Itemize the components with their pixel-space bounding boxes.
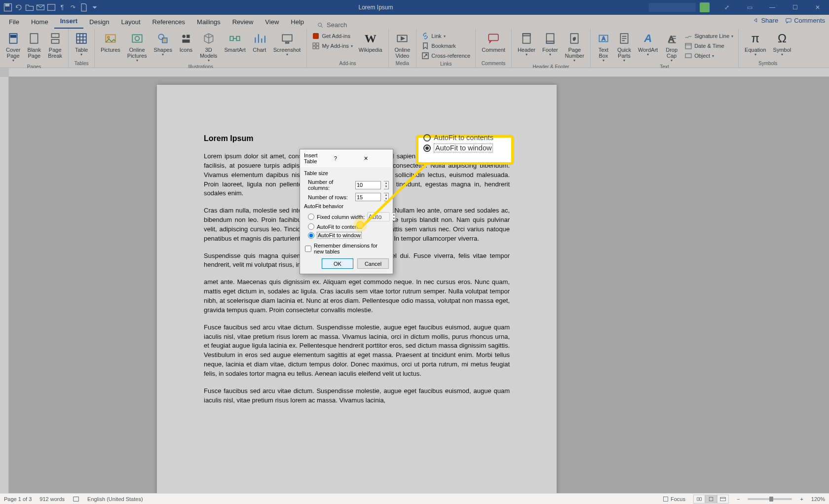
- callout-window-label: AutoFit to window: [434, 144, 493, 152]
- status-spellcheck-icon[interactable]: [73, 496, 79, 503]
- ok-button[interactable]: OK: [322, 258, 353, 269]
- svg-rect-46: [664, 497, 668, 501]
- fixed-width-input[interactable]: [367, 212, 390, 221]
- fixed-width-label: Fixed column width:: [317, 214, 365, 220]
- zoom-slider[interactable]: [748, 498, 792, 500]
- callout-marker-icon: [356, 221, 364, 229]
- zoom-in-icon[interactable]: +: [800, 496, 803, 502]
- num-columns-label: Number of columns:: [308, 179, 352, 191]
- dialog-title: Insert Table: [304, 152, 329, 164]
- section-autofit: AutoFit behavior: [304, 202, 389, 211]
- web-layout-icon[interactable]: [717, 495, 729, 504]
- insert-table-dialog: Insert Table ? ✕ Table size Number of co…: [300, 149, 393, 274]
- focus-mode-button[interactable]: Focus: [663, 496, 685, 502]
- dialog-titlebar: Insert Table ? ✕: [300, 149, 393, 167]
- num-rows-input[interactable]: [355, 193, 381, 201]
- dialog-close-icon[interactable]: ✕: [364, 155, 389, 162]
- callout-contents-label: AutoFit to contents: [434, 134, 493, 142]
- modal-overlay: [0, 0, 829, 504]
- remember-dimensions-checkbox[interactable]: [305, 246, 311, 252]
- svg-rect-47: [709, 497, 713, 501]
- svg-rect-45: [74, 497, 79, 501]
- autofit-contents-label: AutoFit to contents: [317, 224, 362, 230]
- callout-radio-filled-icon: [423, 144, 431, 152]
- read-mode-icon[interactable]: [693, 495, 705, 504]
- section-table-size: Table size: [304, 169, 389, 178]
- fixed-width-spinner[interactable]: ▲▼: [392, 213, 396, 221]
- status-page[interactable]: Page 1 of 3: [4, 496, 32, 502]
- remember-dimensions-label: Remember dimensions for new tables: [314, 243, 389, 254]
- radio-fixed-width[interactable]: [308, 214, 314, 220]
- num-columns-input[interactable]: [355, 181, 381, 189]
- num-columns-spinner[interactable]: ▲▼: [384, 181, 389, 189]
- zoom-out-icon[interactable]: −: [737, 496, 740, 502]
- status-bar: Page 1 of 3 912 words English (United St…: [0, 493, 829, 504]
- print-layout-icon[interactable]: [705, 495, 717, 504]
- zoom-level[interactable]: 120%: [811, 496, 825, 502]
- status-words[interactable]: 912 words: [39, 496, 65, 502]
- callout-radio-icon: [423, 134, 431, 142]
- num-rows-label: Number of rows:: [308, 194, 352, 200]
- status-language[interactable]: English (United States): [87, 496, 143, 502]
- num-rows-spinner[interactable]: ▲▼: [384, 193, 389, 201]
- dialog-help-icon[interactable]: ?: [334, 155, 359, 161]
- autofit-window-label: AutoFit to window: [317, 232, 362, 239]
- cancel-button[interactable]: Cancel: [357, 258, 389, 269]
- radio-autofit-contents[interactable]: [308, 223, 314, 230]
- callout-highlight: AutoFit to contents AutoFit to window: [416, 135, 514, 165]
- svg-rect-48: [720, 497, 726, 501]
- zoom-slider-thumb[interactable]: [769, 497, 773, 502]
- view-buttons: [693, 495, 729, 504]
- radio-autofit-window[interactable]: [308, 232, 314, 239]
